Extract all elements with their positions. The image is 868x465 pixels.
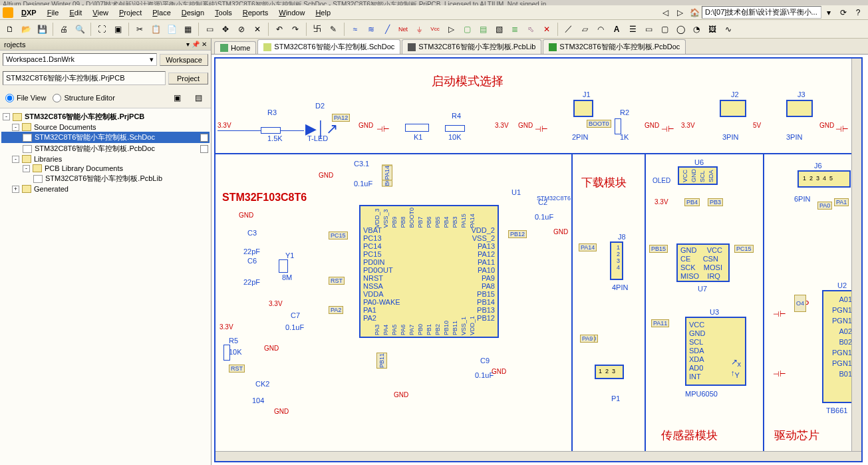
bus-entry-icon[interactable]: ╱: [380, 22, 394, 37]
net-label-icon[interactable]: Net: [396, 22, 410, 37]
refresh-icon[interactable]: ⟳: [836, 5, 851, 20]
zoom-fit-icon[interactable]: ⛶: [94, 22, 109, 37]
zoom-select-icon[interactable]: ▣: [110, 22, 125, 37]
cross-probe-icon[interactable]: ✎: [326, 22, 341, 37]
collapse-icon[interactable]: -: [12, 124, 19, 131]
designator-y1: Y1: [285, 251, 294, 259]
designator-k1: K1: [414, 133, 422, 141]
menu-project[interactable]: Project: [114, 7, 147, 18]
tab-schdoc[interactable]: STM32C8T6智能小车控制板.SchDoc: [257, 39, 400, 54]
pie-icon[interactable]: ◔: [689, 22, 704, 37]
tree-pcb-lib-docs[interactable]: -PCB Library Documents: [1, 164, 210, 173]
image-icon[interactable]: 🖼: [705, 22, 720, 37]
no-erc-icon[interactable]: ✕: [539, 22, 554, 37]
schematic-canvas[interactable]: 启动模式选择 下载模块 传感器模块 驱动芯片 3.3V R3 1.5K D2 ▶…: [214, 57, 863, 462]
sch-doc-icon: [23, 134, 32, 142]
tab-home[interactable]: Home: [214, 41, 256, 54]
hierarchy-icon[interactable]: 卐: [310, 22, 325, 37]
preview-icon[interactable]: 🔍: [72, 22, 87, 37]
h-scrollbar[interactable]: [216, 451, 861, 461]
tree-pcbdoc[interactable]: STM32C8T6智能小车控制板.PcbDoc: [1, 143, 210, 154]
help-icon[interactable]: ?: [851, 5, 865, 20]
pcb-doc-icon: [23, 145, 32, 153]
home-icon[interactable]: 🏠: [687, 5, 702, 20]
tree-generated[interactable]: +Generated: [1, 184, 210, 194]
bus-icon[interactable]: ≋: [364, 22, 378, 37]
menu-tools[interactable]: Tools: [210, 7, 237, 18]
text-frame-icon[interactable]: ☰: [625, 22, 640, 37]
undo-icon[interactable]: ↶: [272, 22, 287, 37]
expand-icon[interactable]: +: [12, 186, 19, 193]
menu-window[interactable]: Window: [273, 7, 310, 18]
menu-view[interactable]: View: [87, 7, 114, 18]
panel-config-icon[interactable]: ▤: [191, 90, 206, 105]
wire-icon[interactable]: ≈: [348, 22, 362, 37]
device-sheet-icon[interactable]: ▧: [492, 22, 506, 37]
projects-panel-header[interactable]: rojects ▾ 📌 ✕: [0, 39, 211, 51]
sheet-entry-icon[interactable]: ▤: [476, 22, 490, 37]
project-box[interactable]: STM32C8T6智能小车控制板.PrjPCB: [3, 71, 166, 85]
recent-dropdown-icon[interactable]: ▾: [821, 5, 836, 20]
tab-pcbdoc[interactable]: STM32C8T6智能小车控制板.PcbDoc: [543, 39, 686, 54]
tree-source-documents[interactable]: -Source Documents: [1, 122, 210, 132]
panel-menu-icon[interactable]: ▾ 📌 ✕: [186, 41, 207, 48]
project-tree[interactable]: -STM32C8T6智能小车控制板.PrjPCB -Source Documen…: [0, 108, 211, 465]
text-icon[interactable]: A: [609, 22, 624, 37]
project-button[interactable]: Project: [168, 73, 208, 84]
deselect-icon[interactable]: ⊘: [234, 22, 249, 37]
tab-pcblib[interactable]: STM32C8T6智能小车控制板.PcbLib: [402, 39, 541, 54]
tree-project-root[interactable]: -STM32C8T6智能小车控制板.PrjPCB: [1, 111, 210, 122]
collapse-icon[interactable]: -: [3, 113, 10, 120]
menu-reports[interactable]: Reports: [237, 7, 274, 18]
structure-editor-radio[interactable]: Structure Editor: [53, 94, 114, 102]
value-r3: 1.5K: [267, 134, 283, 142]
port-icon[interactable]: ⬁: [523, 22, 538, 37]
nav-back-icon[interactable]: ◁: [658, 5, 672, 20]
value-c7: 0.1uF: [285, 323, 304, 331]
collapse-icon[interactable]: -: [12, 156, 19, 163]
ellipse-icon[interactable]: ◯: [673, 22, 688, 37]
line-icon[interactable]: ／: [561, 22, 576, 37]
new-doc-icon[interactable]: 🗋: [3, 22, 17, 37]
harness-icon[interactable]: ≣: [507, 22, 522, 37]
designator-r4: R4: [452, 112, 461, 120]
collapse-icon[interactable]: -: [23, 165, 30, 172]
move-icon[interactable]: ✥: [218, 22, 233, 37]
menu-place[interactable]: Place: [147, 7, 176, 18]
arc-icon[interactable]: ◠: [593, 22, 608, 37]
select-icon[interactable]: ▭: [202, 22, 217, 37]
recent-path[interactable]: D:\[07]技术创新\设计资源\平衡小...: [702, 6, 821, 19]
open-icon[interactable]: 📂: [19, 22, 33, 37]
clear-icon[interactable]: ✕: [250, 22, 265, 37]
panel-refresh-icon[interactable]: ▣: [170, 90, 184, 105]
bezier-icon[interactable]: ∿: [721, 22, 736, 37]
menu-file[interactable]: File: [42, 7, 65, 18]
copy-icon[interactable]: 📋: [148, 22, 163, 37]
save-icon[interactable]: 💾: [35, 22, 49, 37]
paste-icon[interactable]: 📄: [164, 22, 179, 37]
workspace-button[interactable]: Workspace: [160, 54, 208, 66]
stamp-icon[interactable]: ▦: [180, 22, 195, 37]
menu-help[interactable]: Help: [310, 7, 336, 18]
menu-design[interactable]: Design: [176, 7, 210, 18]
tree-libraries[interactable]: -Libraries: [1, 154, 210, 164]
tree-schdoc[interactable]: STM32C8T6智能小车控制板.SchDoc: [1, 132, 210, 143]
rect-icon[interactable]: ▭: [641, 22, 656, 37]
file-view-radio[interactable]: File View: [5, 94, 46, 102]
tree-pcblib[interactable]: STM32C8T6智能小车控制板.PcbLib: [1, 173, 210, 184]
sheet-symbol-icon[interactable]: ▢: [460, 22, 474, 37]
part-icon[interactable]: ▷: [444, 22, 458, 37]
polygon-icon[interactable]: ▱: [577, 22, 592, 37]
workspace-combo[interactable]: Workspace1.DsnWrk ▾: [3, 53, 157, 66]
power-3v3: 3.3V: [681, 122, 695, 129]
menu-edit[interactable]: Edit: [64, 7, 87, 18]
vcc-icon[interactable]: Vcc: [428, 22, 442, 37]
round-rect-icon[interactable]: ▢: [657, 22, 672, 37]
gnd-icon[interactable]: ⏚: [412, 22, 426, 37]
menu-dxp[interactable]: DXP: [16, 7, 42, 18]
print-icon[interactable]: 🖨: [57, 22, 71, 37]
nav-fwd-icon[interactable]: ▷: [672, 5, 687, 20]
v-scrollbar[interactable]: [851, 59, 861, 451]
redo-icon[interactable]: ↷: [288, 22, 303, 37]
cut-icon[interactable]: ✂: [132, 22, 147, 37]
